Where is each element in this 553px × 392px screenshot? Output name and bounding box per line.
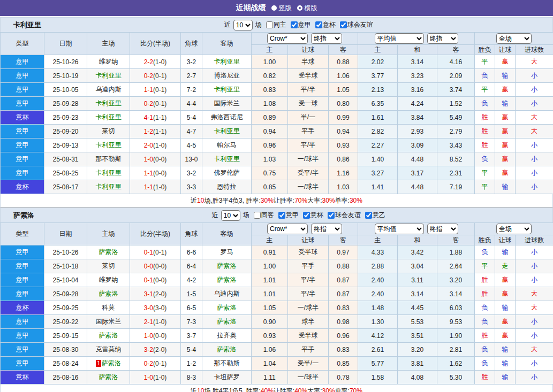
odds-handicap-value: 平手 [288, 259, 329, 273]
filter-option[interactable]: 同主 [263, 20, 286, 29]
odds-home-value: 0.82 [252, 69, 288, 83]
avg-away-value: 1.88 [437, 245, 475, 259]
corner-score: 4-4 [181, 97, 202, 111]
corner-score: 5-4 [181, 343, 202, 357]
away-team-name: 罗马 [221, 248, 233, 256]
filter-checkbox[interactable] [328, 212, 335, 219]
column-header-corner: 角球 [181, 33, 202, 55]
result-goals: 小 [516, 180, 553, 194]
result-handicap: 赢 [495, 166, 516, 180]
away-team-cell: 恩特拉 [202, 180, 252, 194]
column-header-home: 主场 [87, 223, 130, 245]
avg-home-value: 1.40 [358, 152, 398, 166]
fulltime-score: 1-1 [144, 183, 153, 191]
filter-option[interactable]: 意甲 [275, 211, 299, 220]
result-goals: 小 [516, 69, 553, 83]
result-goals: 小 [516, 245, 553, 259]
halftime-score: (0-0) [153, 276, 166, 284]
result-winlose: 胜 [475, 287, 495, 301]
filter-option[interactable]: 球会友谊 [337, 20, 373, 29]
result-handicap: 赢 [495, 55, 516, 69]
summary-segment: 单率: [335, 387, 350, 392]
filter-checkbox[interactable] [315, 21, 322, 28]
home-team-name: 卡利亚里 [96, 113, 122, 121]
odds-handicap-value: 受半/一 [288, 357, 329, 371]
avg-away-value: 1.52 [437, 97, 475, 111]
match-date: 25-09-25 [44, 301, 87, 315]
away-team-name: 卡利亚里 [214, 86, 240, 93]
away-team-name: 弗洛西诺尼 [211, 113, 243, 121]
team-section-home: 卡利亚里 近10场同主意甲意杯球会友谊 类型日期主场比分(半场)角球客场Crow… [0, 17, 553, 207]
odds-stage-select[interactable]: 终指 [311, 33, 342, 44]
odds-company-select[interactable]: Crow* [267, 224, 308, 234]
recent-count-select[interactable]: 10 [221, 210, 240, 221]
avg-stage-select[interactable]: 终指 [427, 33, 458, 44]
filter-checkbox[interactable] [365, 212, 372, 219]
filter-label: 意乙 [373, 211, 385, 220]
column-header-odds-away: 客 [329, 45, 358, 55]
avg-away-value: 7.19 [437, 180, 475, 194]
avg-type-select[interactable]: 平均值 [375, 224, 424, 234]
odds-handicap-value: 一/球半 [288, 180, 329, 194]
odds-away-value: 1.06 [329, 69, 358, 83]
home-team-cell: 科莫 [87, 301, 130, 315]
filter-checkbox[interactable] [291, 21, 298, 28]
filter-label: 球会友谊 [347, 20, 373, 29]
result-winlose: 胜 [475, 273, 495, 287]
home-team-cell: 卡利亚里 [87, 166, 130, 180]
filter-checkbox[interactable] [254, 212, 261, 219]
away-team-cell: 弗洛西诺尼 [202, 111, 252, 125]
column-header-away: 客场 [202, 33, 252, 55]
avg-draw-value: 4.48 [398, 180, 437, 194]
result-handicap: 输 [495, 371, 516, 385]
result-goals: 小 [516, 357, 553, 371]
filter-checkbox[interactable] [340, 21, 347, 28]
filter-option[interactable]: 意杯 [300, 211, 323, 220]
result-winlose: 负 [475, 301, 495, 315]
column-header-odds-handicap: 让球 [288, 235, 329, 245]
scope-select[interactable]: 全场 [496, 33, 532, 44]
summary-segment: 让胜率: [274, 387, 294, 392]
filter-checkbox[interactable] [303, 212, 310, 219]
match-date: 25-08-31 [44, 152, 87, 166]
result-goals: 小 [516, 371, 553, 385]
odds-company-select[interactable]: Crow* [267, 33, 308, 44]
filter-option[interactable]: 意杯 [312, 20, 336, 29]
summary-segment: 单率: [335, 196, 350, 205]
column-header-odds-home: 主 [252, 45, 288, 55]
away-team-name: 那不勒斯 [214, 359, 240, 367]
away-team-cell: 萨索洛 [202, 301, 252, 315]
away-team-cell: 博洛尼亚 [202, 69, 252, 83]
league-badge: 意甲 [1, 152, 44, 166]
summary-segment: 大率: [307, 387, 322, 392]
layout-horizontal-option[interactable]: 横版 [297, 4, 317, 13]
filter-checkbox[interactable] [278, 212, 285, 219]
result-winlose: 平 [475, 83, 495, 97]
recent-count-select[interactable]: 10 [233, 20, 253, 30]
avg-home-value: 1.61 [358, 111, 398, 125]
filter-option[interactable]: 同客 [251, 211, 274, 220]
league-badge: 意甲 [1, 125, 44, 139]
filter-option[interactable]: 意甲 [287, 20, 311, 29]
avg-stage-select[interactable]: 终指 [427, 224, 458, 234]
halftime-score: (0-1) [153, 360, 166, 367]
scope-select[interactable]: 全场 [496, 224, 532, 234]
odds-stage-select[interactable]: 终指 [311, 224, 342, 234]
match-date: 25-09-23 [44, 111, 87, 125]
column-header-type: 类型 [1, 33, 44, 55]
avg-home-value: 2.82 [358, 125, 398, 139]
filter-option[interactable]: 球会友谊 [324, 211, 361, 220]
layout-vertical-option[interactable]: 竖版 [271, 4, 292, 13]
match-row: 意甲25-10-18莱切0-0(0-0)6-4萨索洛1.00平手0.882.88… [1, 259, 553, 273]
odds-home-value: 0.91 [252, 245, 288, 259]
match-row: 意甲25-10-19卡利亚里0-2(0-1)2-7博洛尼亚0.82受半球1.06… [1, 69, 553, 83]
avg-draw-value: 4.24 [398, 97, 437, 111]
odds-home-value: 0.90 [252, 315, 288, 329]
filter-option[interactable]: 意乙 [362, 211, 385, 220]
result-winlose: 负 [475, 152, 495, 166]
avg-type-select[interactable]: 平均值 [375, 33, 424, 44]
column-header-corner: 角球 [181, 223, 202, 245]
filter-checkbox[interactable] [266, 21, 273, 28]
away-team-name: 恩特拉 [217, 183, 237, 190]
column-header-result-handicap: 让球 [495, 45, 516, 55]
